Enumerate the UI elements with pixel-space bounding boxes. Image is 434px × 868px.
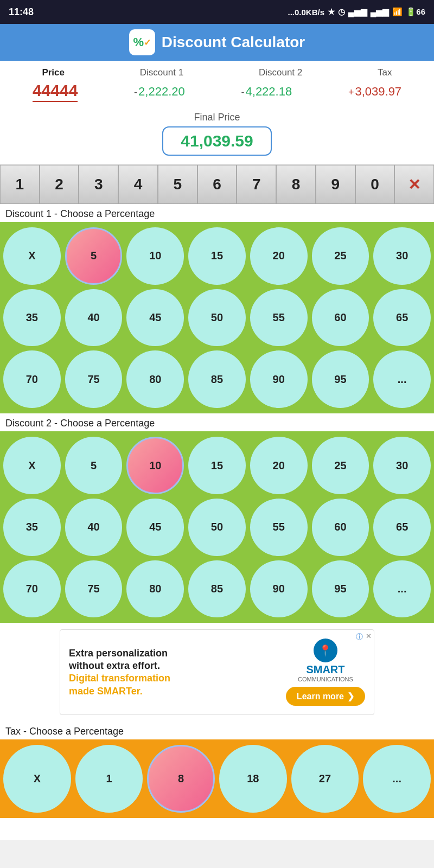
d1-btn-40[interactable]: 40: [65, 289, 123, 347]
key-6[interactable]: 6: [197, 165, 237, 204]
ad-inner: ⓘ ✕ Extra personalizationwithout extra e…: [60, 629, 374, 715]
d2-btn-35[interactable]: 35: [3, 499, 61, 556]
app-title: Discount Calculator: [162, 34, 305, 51]
tax-btn-27[interactable]: 27: [291, 745, 359, 813]
price-main-value: 44444: [33, 81, 78, 102]
d2-btn-95[interactable]: 95: [312, 560, 369, 618]
d1-btn-55[interactable]: 55: [250, 289, 308, 347]
d1-btn-80[interactable]: 80: [126, 350, 184, 408]
d2-btn-55[interactable]: 55: [250, 499, 308, 556]
d1-btn-50[interactable]: 50: [188, 289, 246, 347]
key-5[interactable]: 5: [158, 165, 197, 204]
d1-btn-30[interactable]: 30: [373, 227, 431, 285]
key-1[interactable]: 1: [0, 165, 40, 204]
d2-btn-85[interactable]: 85: [188, 560, 246, 618]
tax-btn-more[interactable]: ...: [363, 745, 431, 813]
status-time: 11:48: [9, 7, 34, 18]
learn-more-button[interactable]: Learn more ❯: [286, 687, 365, 706]
keypad: 1 2 3 4 5 6 7 8 9 0 ✕: [0, 164, 434, 204]
d2-btn-45[interactable]: 45: [126, 499, 184, 556]
d1-btn-x[interactable]: X: [3, 227, 61, 285]
ad-right: 📍 SMART COMMUNICATIONS Learn more ❯: [286, 639, 365, 706]
d1-btn-60[interactable]: 60: [312, 289, 369, 347]
ad-logo-area: 📍 SMART COMMUNICATIONS: [298, 639, 353, 682]
key-3[interactable]: 3: [79, 165, 118, 204]
d2-btn-70[interactable]: 70: [3, 560, 61, 618]
ad-title: Extra personalizationwithout extra effor…: [69, 647, 279, 673]
d1-btn-5[interactable]: 5: [65, 227, 123, 285]
status-right: ...0.0KB/s ★ ◷ ▄▅▆ ▄▅▆ 📶 🔋66: [288, 7, 426, 17]
d2-btn-5[interactable]: 5: [65, 437, 123, 494]
key-delete[interactable]: ✕: [394, 165, 434, 204]
bottom-spacer: [0, 818, 434, 840]
d1-btn-95[interactable]: 95: [312, 350, 369, 408]
learn-more-label: Learn more: [297, 692, 344, 701]
d2-btn-90[interactable]: 90: [250, 560, 308, 618]
price-values: 44444 -2,222.20 -4,222.18 +3,039.97: [4, 81, 430, 102]
d1-btn-20[interactable]: 20: [250, 227, 308, 285]
tax-btn-8[interactable]: 8: [147, 745, 215, 813]
d1-btn-35[interactable]: 35: [3, 289, 61, 347]
key-4[interactable]: 4: [118, 165, 158, 204]
d1-btn-25[interactable]: 25: [312, 227, 369, 285]
ad-text: Extra personalizationwithout extra effor…: [69, 647, 279, 698]
d2-btn-80[interactable]: 80: [126, 560, 184, 618]
d1-btn-10[interactable]: 10: [126, 227, 184, 285]
key-7[interactable]: 7: [237, 165, 276, 204]
tax-section-label: Tax - Choose a Percentage: [0, 722, 434, 739]
d2-btn-x[interactable]: X: [3, 437, 61, 494]
d2-btn-15[interactable]: 15: [188, 437, 246, 494]
d2-btn-more[interactable]: ...: [373, 560, 431, 618]
d1-btn-90[interactable]: 90: [250, 350, 308, 408]
d2-btn-50[interactable]: 50: [188, 499, 246, 556]
ad-subtitle: Digital transformationmade SMARTer.: [69, 672, 279, 698]
key-2[interactable]: 2: [40, 165, 79, 204]
d2-btn-10[interactable]: 10: [126, 437, 184, 494]
final-price-box: 41,039.59: [162, 126, 271, 156]
app-header: % ✓ Discount Calculator: [0, 24, 434, 61]
status-signal2: ▄▅▆: [371, 7, 390, 17]
d2-btn-75[interactable]: 75: [65, 560, 123, 618]
header-tax: Tax: [378, 67, 392, 78]
d2-btn-30[interactable]: 30: [373, 437, 431, 494]
key-9[interactable]: 9: [316, 165, 355, 204]
ad-info-icon[interactable]: ⓘ: [356, 632, 363, 642]
discount2-grid: X 5 10 15 20 25 30 35 40 45 50 55 60 65 …: [0, 431, 434, 623]
discount1-value: -2,222.20: [134, 85, 185, 99]
d2-btn-65[interactable]: 65: [373, 499, 431, 556]
d2-btn-60[interactable]: 60: [312, 499, 369, 556]
tax-grid: X 1 8 18 27 ...: [0, 739, 434, 818]
price-display: Price Discount 1 Discount 2 Tax 44444 -2…: [0, 61, 434, 107]
key-8[interactable]: 8: [276, 165, 316, 204]
tax-btn-x[interactable]: X: [3, 745, 71, 813]
d1-btn-15[interactable]: 15: [188, 227, 246, 285]
discount1-grid: X 5 10 15 20 25 30 35 40 45 50 55 60 65 …: [0, 222, 434, 413]
key-0[interactable]: 0: [355, 165, 395, 204]
d1-btn-85[interactable]: 85: [188, 350, 246, 408]
ad-logo-icon: 📍: [314, 639, 337, 662]
d1-btn-more[interactable]: ...: [373, 350, 431, 408]
status-signal1: ▄▅▆: [348, 7, 367, 17]
status-wifi: 📶: [392, 7, 403, 17]
tax-btn-1[interactable]: 1: [75, 745, 143, 813]
discount2-label: Discount 2 - Choose a Percentage: [0, 413, 434, 431]
d1-btn-70[interactable]: 70: [3, 350, 61, 408]
status-bluetooth: ★: [328, 7, 335, 17]
status-bar: 11:48 ...0.0KB/s ★ ◷ ▄▅▆ ▄▅▆ 📶 🔋66: [0, 0, 434, 24]
tax-btn-18[interactable]: 18: [219, 745, 287, 813]
ad-close-icon[interactable]: ✕: [366, 632, 372, 640]
d1-btn-65[interactable]: 65: [373, 289, 431, 347]
d2-btn-25[interactable]: 25: [312, 437, 369, 494]
d2-btn-20[interactable]: 20: [250, 437, 308, 494]
d1-btn-75[interactable]: 75: [65, 350, 123, 408]
ad-logo-text: SMART: [306, 663, 344, 676]
final-price-label: Final Price: [0, 112, 434, 123]
d1-btn-45[interactable]: 45: [126, 289, 184, 347]
header-discount1: Discount 1: [140, 67, 183, 78]
header-price: Price: [42, 67, 65, 78]
discount2-value: -4,222.18: [241, 85, 292, 99]
header-discount2: Discount 2: [259, 67, 302, 78]
discount1-label: Discount 1 - Choose a Percentage: [0, 204, 434, 222]
d2-btn-40[interactable]: 40: [65, 499, 123, 556]
ad-banner: ⓘ ✕ Extra personalizationwithout extra e…: [0, 623, 434, 722]
